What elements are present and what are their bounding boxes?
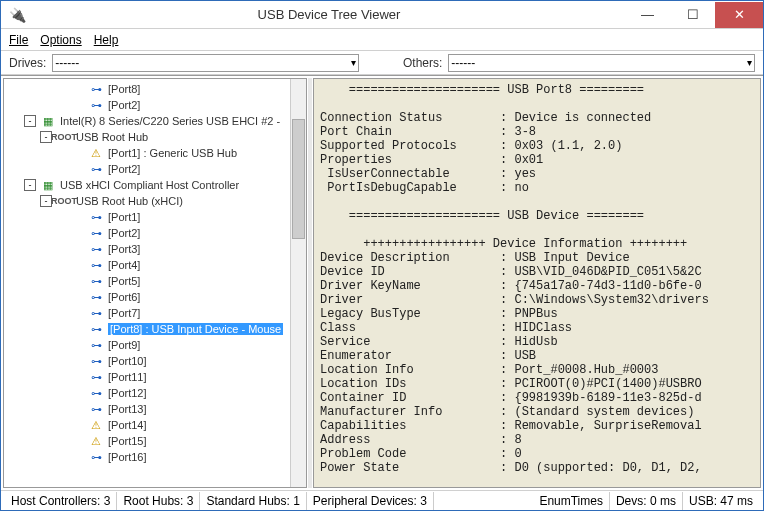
- tree-label: [Port14]: [108, 419, 147, 431]
- tree-label: [Port11]: [108, 371, 147, 383]
- usb-port-icon: ⊶: [88, 353, 104, 369]
- menu-options[interactable]: Options: [40, 33, 81, 47]
- usb-port-icon: ⊶: [88, 321, 104, 337]
- controller-icon: ▦: [40, 177, 56, 193]
- drives-select[interactable]: ------ ▾: [52, 54, 359, 72]
- close-button[interactable]: ✕: [715, 2, 763, 28]
- drives-label: Drives:: [9, 56, 46, 70]
- tree-row[interactable]: ⊶[Port6]: [4, 289, 306, 305]
- tree-row[interactable]: ⊶[Port8]: [4, 81, 306, 97]
- tree-scrollbar[interactable]: [290, 79, 306, 487]
- tree-spacer: [72, 211, 84, 223]
- status-enumtimes: EnumTimes: [533, 492, 610, 510]
- others-select[interactable]: ------ ▾: [448, 54, 755, 72]
- usb-port-icon: ⊶: [88, 401, 104, 417]
- tree-label: [Port9]: [108, 339, 140, 351]
- usb-port-icon: ⊶: [88, 257, 104, 273]
- status-root-hubs: Root Hubs: 3: [117, 492, 200, 510]
- tree-label: USB Root Hub: [76, 131, 148, 143]
- tree-spacer: [72, 227, 84, 239]
- detail-panel[interactable]: ===================== USB Port8 ========…: [313, 78, 761, 488]
- tree-row[interactable]: ⊶[Port4]: [4, 257, 306, 273]
- scrollbar-thumb[interactable]: [292, 119, 305, 239]
- tree-row[interactable]: ⊶[Port9]: [4, 337, 306, 353]
- warning-icon: ⚠: [88, 145, 104, 161]
- tree-label: [Port2]: [108, 163, 140, 175]
- tree-spacer: [72, 83, 84, 95]
- usb-port-icon: ⊶: [88, 385, 104, 401]
- tree-spacer: [72, 419, 84, 431]
- tree-spacer: [72, 435, 84, 447]
- tree-row[interactable]: ⚠[Port1] : Generic USB Hub: [4, 145, 306, 161]
- toolbar: Drives: ------ ▾ Others: ------ ▾: [1, 51, 763, 75]
- others-value: ------: [451, 56, 475, 70]
- tree-label: [Port5]: [108, 275, 140, 287]
- titlebar: 🔌 USB Device Tree Viewer — ☐ ✕: [1, 1, 763, 29]
- tree-row[interactable]: ⊶[Port2]: [4, 97, 306, 113]
- tree-row[interactable]: ⊶[Port8] : USB Input Device - Mouse: [4, 321, 306, 337]
- usb-port-icon: ⊶: [88, 209, 104, 225]
- tree-spacer: [72, 291, 84, 303]
- dropdown-arrow-icon: ▾: [351, 57, 356, 68]
- status-usb: USB: 47 ms: [683, 492, 759, 510]
- status-devs: Devs: 0 ms: [610, 492, 683, 510]
- dropdown-arrow-icon: ▾: [747, 57, 752, 68]
- tree-row[interactable]: -ROOTUSB Root Hub (xHCI): [4, 193, 306, 209]
- tree-label: [Port6]: [108, 291, 140, 303]
- tree-row[interactable]: ⊶[Port2]: [4, 225, 306, 241]
- usb-port-icon: ⊶: [88, 449, 104, 465]
- menu-help[interactable]: Help: [94, 33, 119, 47]
- tree-label: [Port1]: [108, 211, 140, 223]
- usb-port-icon: ⊶: [88, 161, 104, 177]
- collapse-icon[interactable]: -: [24, 179, 36, 191]
- tree-label: [Port13]: [108, 403, 147, 415]
- tree-row[interactable]: ⚠[Port14]: [4, 417, 306, 433]
- tree-row[interactable]: ⊶[Port16]: [4, 449, 306, 465]
- usb-port-icon: ⊶: [88, 369, 104, 385]
- tree-label: [Port2]: [108, 227, 140, 239]
- tree-label: [Port2]: [108, 99, 140, 111]
- others-label: Others:: [403, 56, 442, 70]
- usb-port-icon: ⊶: [88, 241, 104, 257]
- menubar: File Options Help: [1, 29, 763, 51]
- tree-label: USB xHCI Compliant Host Controller: [60, 179, 239, 191]
- app-icon: 🔌: [7, 5, 27, 25]
- maximize-button[interactable]: ☐: [670, 2, 715, 28]
- tree-row[interactable]: ⊶[Port1]: [4, 209, 306, 225]
- menu-file[interactable]: File: [9, 33, 28, 47]
- root-hub-icon: ROOT: [56, 129, 72, 145]
- tree-row[interactable]: ⊶[Port2]: [4, 161, 306, 177]
- tree-row[interactable]: ⊶[Port13]: [4, 401, 306, 417]
- tree-panel[interactable]: ⊶[Port8]⊶[Port2]-▦Intel(R) 8 Series/C220…: [3, 78, 307, 488]
- tree-spacer: [72, 275, 84, 287]
- tree-row[interactable]: ⊶[Port7]: [4, 305, 306, 321]
- tree-row[interactable]: -▦USB xHCI Compliant Host Controller: [4, 177, 306, 193]
- tree-row[interactable]: ⊶[Port11]: [4, 369, 306, 385]
- minimize-button[interactable]: —: [625, 2, 670, 28]
- tree-label: [Port12]: [108, 387, 147, 399]
- tree-spacer: [72, 99, 84, 111]
- status-standard-hubs: Standard Hubs: 1: [200, 492, 306, 510]
- usb-port-icon: ⊶: [88, 305, 104, 321]
- splitter[interactable]: [308, 78, 312, 488]
- usb-port-icon: ⊶: [88, 289, 104, 305]
- tree-label: [Port8]: [108, 83, 140, 95]
- tree-row[interactable]: ⊶[Port5]: [4, 273, 306, 289]
- tree-row[interactable]: ⊶[Port3]: [4, 241, 306, 257]
- tree-spacer: [72, 387, 84, 399]
- tree-row[interactable]: -ROOTUSB Root Hub: [4, 129, 306, 145]
- usb-port-icon: ⊶: [88, 225, 104, 241]
- warning-icon: ⚠: [88, 417, 104, 433]
- warning-icon: ⚠: [88, 433, 104, 449]
- collapse-icon[interactable]: -: [24, 115, 36, 127]
- tree-label: [Port16]: [108, 451, 147, 463]
- tree-label: [Port8] : USB Input Device - Mouse: [108, 323, 283, 335]
- tree-row[interactable]: ⊶[Port12]: [4, 385, 306, 401]
- tree-row[interactable]: ⚠[Port15]: [4, 433, 306, 449]
- window-title: USB Device Tree Viewer: [33, 7, 625, 22]
- tree-spacer: [72, 163, 84, 175]
- tree-row[interactable]: -▦Intel(R) 8 Series/C220 Series USB EHCI…: [4, 113, 306, 129]
- usb-port-icon: ⊶: [88, 81, 104, 97]
- tree-spacer: [72, 307, 84, 319]
- tree-row[interactable]: ⊶[Port10]: [4, 353, 306, 369]
